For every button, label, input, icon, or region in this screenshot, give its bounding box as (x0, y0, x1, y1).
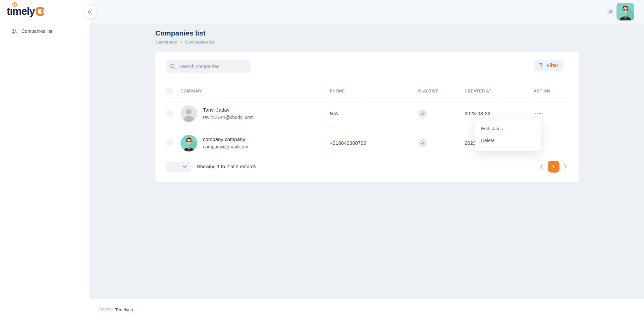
menu-item-edit-status[interactable]: Edit status (475, 123, 541, 135)
filter-funnel-icon (539, 63, 544, 68)
search-input[interactable] (179, 64, 247, 69)
brand-text: tımely (7, 5, 35, 17)
row-checkbox[interactable] (166, 110, 173, 117)
sidebar-collapse-button[interactable] (84, 6, 96, 18)
page-number-button[interactable]: 1 (548, 161, 559, 173)
column-header-is-active[interactable]: IS ACTIVE (418, 89, 465, 93)
user-avatar-image (616, 3, 634, 20)
company-created-at: 2023-08-22 (465, 111, 528, 116)
search-icon (170, 64, 176, 69)
pagination-bar: Showing 1 to 2 of 2 records 1 (166, 161, 569, 172)
double-chevron-left-icon (87, 10, 92, 14)
active-status-badge (419, 110, 427, 118)
select-all-checkbox[interactable] (166, 88, 173, 95)
company-phone: N/A (330, 111, 418, 116)
page-controls: 1 (539, 161, 569, 173)
row-checkbox[interactable] (166, 139, 173, 146)
page-size-select[interactable] (166, 162, 191, 172)
company-email: ravir52744@chodyi.com (203, 115, 254, 120)
breadcrumb: Dashboard - Companies list (155, 40, 215, 45)
companies-card: Filter COMPANY PHONE IS ACTIVE CREATED A… (155, 52, 579, 182)
company-name: company company (203, 136, 248, 142)
top-header-bar (90, 0, 644, 23)
check-icon (421, 112, 425, 115)
filter-button[interactable]: Filter (534, 60, 564, 71)
users-icon (11, 29, 17, 34)
previous-page-button[interactable] (539, 163, 544, 170)
breadcrumb-separator: - (180, 40, 182, 45)
row-actions-button[interactable] (534, 111, 542, 116)
sun-icon (606, 8, 614, 16)
row-actions-menu: Edit status Delete (475, 119, 541, 151)
brand-logo[interactable]: tımely (7, 5, 45, 17)
page-title: Companies list (155, 29, 215, 37)
column-header-created-at[interactable]: CREATED AT (465, 89, 528, 93)
sidebar-item-label: Companies list (21, 28, 52, 34)
column-header-phone[interactable]: PHONE (330, 89, 418, 93)
theme-toggle-button[interactable] (606, 7, 614, 16)
logo-area: tımely (0, 0, 90, 23)
brand-c-logo-icon (36, 7, 45, 17)
records-summary: Showing 1 to 2 of 2 records (197, 164, 256, 169)
footer: 2023© Timelyco (0, 299, 644, 320)
breadcrumb-current: Companies list (185, 40, 215, 45)
company-phone: +918849300799 (330, 140, 418, 146)
company-name: Tanvi Jadav (203, 107, 254, 113)
sidebar-item-companies-list[interactable]: Companies list (0, 23, 90, 39)
company-avatar (180, 135, 197, 151)
company-avatar-placeholder (180, 105, 197, 122)
company-email: company@gmail.com (203, 144, 248, 149)
search-box (166, 60, 251, 73)
table-header-row: COMPANY PHONE IS ACTIVE CREATED AT ACTIO… (166, 84, 569, 99)
footer-year: 2023© (99, 307, 113, 312)
chevron-down-icon (182, 165, 187, 168)
footer-brand: Timelyco (115, 307, 133, 312)
breadcrumb-dashboard[interactable]: Dashboard (155, 40, 177, 45)
menu-item-delete[interactable]: Delete (475, 135, 541, 146)
page-head: Companies list Dashboard - Companies lis… (155, 29, 215, 45)
next-page-button[interactable] (563, 163, 569, 170)
column-header-action: ACTION (528, 89, 569, 93)
clock-icon (12, 2, 17, 8)
active-status-badge (419, 139, 427, 147)
filter-button-label: Filter (547, 63, 558, 68)
user-avatar[interactable] (616, 3, 634, 20)
column-header-company[interactable]: COMPANY (180, 89, 330, 93)
chevron-left-icon (540, 164, 543, 169)
chevron-right-icon (564, 164, 567, 169)
sidebar: tımely Companies list (0, 0, 90, 299)
check-icon (421, 141, 425, 145)
